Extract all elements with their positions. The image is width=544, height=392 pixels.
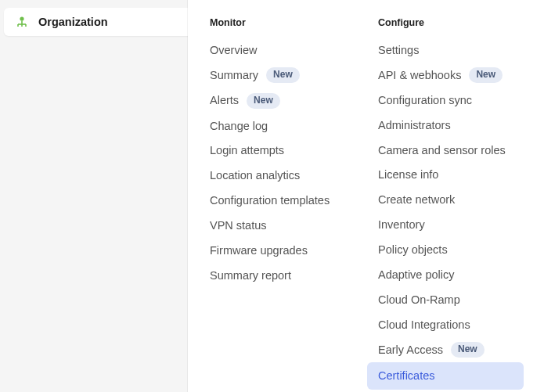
menu-item-label: Alerts xyxy=(210,93,239,108)
menu-item-settings[interactable]: Settings xyxy=(378,38,524,63)
menu-item-label: Certificates xyxy=(378,369,435,383)
menu-item-label: Administrators xyxy=(378,118,451,133)
menu-item-api-webhooks[interactable]: API & webhooks New xyxy=(378,63,524,88)
new-badge: New xyxy=(469,67,503,83)
menu-item-label: Change log xyxy=(210,119,268,134)
menu-item-label: Create network xyxy=(378,192,455,207)
menu-item-label: Login attempts xyxy=(210,143,284,158)
menu-item-label: Settings xyxy=(378,43,419,58)
menu-item-adaptive-policy[interactable]: Adaptive policy xyxy=(378,262,524,287)
menu-item-create-network[interactable]: Create network xyxy=(378,188,524,213)
menu-item-label: Inventory xyxy=(378,218,425,232)
configure-header: Configure xyxy=(378,17,524,28)
svg-point-0 xyxy=(20,16,23,20)
menu-item-label: Cloud Integrations xyxy=(378,318,470,333)
new-badge: New xyxy=(266,67,300,83)
menu-item-vpn-status[interactable]: VPN status xyxy=(210,213,378,238)
menu-item-alerts[interactable]: Alerts New xyxy=(210,88,378,113)
menu-item-label: Policy objects xyxy=(378,243,448,257)
organization-dropdown-menu: Monitor Overview Summary New Alerts New … xyxy=(188,0,544,392)
menu-item-label: Firmware upgrades xyxy=(210,243,308,258)
menu-item-login-attempts[interactable]: Login attempts xyxy=(210,138,378,164)
menu-item-location-analytics[interactable]: Location analytics xyxy=(210,164,378,189)
menu-item-cloud-integrations[interactable]: Cloud Integrations xyxy=(378,312,524,337)
menu-item-label: Camera and sensor roles xyxy=(378,143,506,158)
menu-item-inventory[interactable]: Inventory xyxy=(378,213,524,238)
monitor-column: Monitor Overview Summary New Alerts New … xyxy=(210,17,378,376)
menu-item-change-log[interactable]: Change log xyxy=(210,113,378,138)
menu-item-early-access[interactable]: Early Access New xyxy=(378,337,524,363)
new-badge: New xyxy=(451,342,485,358)
menu-item-label: API & webhooks xyxy=(378,68,461,83)
organization-label: Organization xyxy=(38,16,108,28)
organization-nav-button[interactable]: Organization xyxy=(4,8,200,36)
menu-item-camera-sensor-roles[interactable]: Camera and sensor roles xyxy=(378,138,524,163)
menu-item-label: Early Access xyxy=(378,343,443,358)
menu-item-configuration-sync[interactable]: Configuration sync xyxy=(378,88,524,113)
menu-item-certificates[interactable]: Certificates xyxy=(367,362,524,390)
menu-item-label: Overview xyxy=(210,43,257,58)
menu-item-label: Configuration sync xyxy=(378,93,472,108)
menu-item-label: Location analytics xyxy=(210,168,300,183)
menu-item-firmware-upgrades[interactable]: Firmware upgrades xyxy=(210,238,378,263)
menu-item-label: Adaptive policy xyxy=(378,268,455,282)
menu-item-label: Cloud On-Ramp xyxy=(378,293,460,307)
configure-column: Configure Settings API & webhooks New Co… xyxy=(378,17,524,376)
menu-item-summary-report[interactable]: Summary report xyxy=(210,263,378,288)
menu-item-label: Summary xyxy=(210,68,258,83)
new-badge: New xyxy=(247,93,280,109)
menu-item-administrators[interactable]: Administrators xyxy=(378,113,524,138)
menu-item-license-info[interactable]: License info xyxy=(378,163,524,188)
menu-item-policy-objects[interactable]: Policy objects xyxy=(378,238,524,263)
menu-item-label: VPN status xyxy=(210,218,267,233)
menu-item-configuration-templates[interactable]: Configuration templates xyxy=(210,189,378,214)
menu-item-label: Configuration templates xyxy=(210,193,330,208)
menu-item-label: License info xyxy=(378,167,438,182)
monitor-header: Monitor xyxy=(210,17,378,28)
menu-item-overview[interactable]: Overview xyxy=(210,38,378,63)
menu-item-label: Summary report xyxy=(210,268,291,283)
menu-item-cloud-on-ramp[interactable]: Cloud On-Ramp xyxy=(378,287,524,312)
menu-item-summary[interactable]: Summary New xyxy=(210,63,378,88)
organization-icon xyxy=(15,15,29,29)
